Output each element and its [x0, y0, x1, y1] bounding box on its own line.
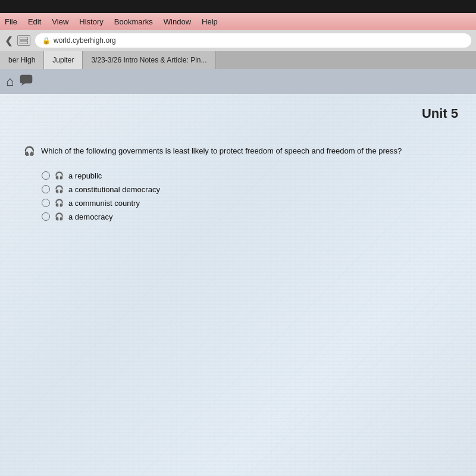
- option-label-1: a constitutional democracy: [68, 185, 160, 194]
- svg-rect-0: [20, 37, 28, 40]
- toolbar-bar: ❮ 🔒 world.cyberhigh.org: [0, 30, 476, 51]
- option-row-3: 🎧 a democracy: [42, 212, 458, 221]
- option-label-3: a democracy: [68, 212, 112, 221]
- svg-rect-1: [20, 41, 28, 44]
- option-label-2: a communist country: [68, 199, 140, 208]
- question-text: Which of the following governments is le…: [41, 145, 402, 157]
- radio-option-3[interactable]: [42, 212, 50, 221]
- radio-option-2[interactable]: [42, 199, 50, 207]
- options-section: 🎧 a republic 🎧 a constitutional democrac…: [24, 171, 458, 221]
- tab-switcher-button[interactable]: [17, 35, 30, 46]
- radio-option-1[interactable]: [42, 185, 50, 193]
- home-icon[interactable]: ⌂: [6, 74, 14, 89]
- tab-intro-notes[interactable]: 3/23-3/26 Intro Notes & Article: Pin...: [83, 51, 215, 69]
- menu-window[interactable]: Window: [164, 17, 191, 26]
- menu-view[interactable]: View: [52, 17, 68, 26]
- tab-cyberhigh[interactable]: ber High: [0, 51, 44, 69]
- back-button[interactable]: ❮: [5, 35, 12, 46]
- svg-marker-3: [21, 83, 25, 86]
- menu-help[interactable]: Help: [202, 17, 218, 26]
- option-audio-icon-0[interactable]: 🎧: [55, 171, 64, 180]
- top-black-bar: [0, 0, 476, 13]
- svg-rect-2: [20, 75, 32, 83]
- option-row-0: 🎧 a republic: [42, 171, 458, 180]
- radio-option-0[interactable]: [42, 171, 50, 180]
- lock-icon: 🔒: [42, 37, 51, 45]
- unit-title: Unit 5: [24, 106, 458, 121]
- option-label-0: a republic: [68, 171, 102, 180]
- address-text: world.cyberhigh.org: [54, 36, 116, 45]
- tabs-bar: ber High Jupiter 3/23-3/26 Intro Notes &…: [0, 51, 476, 69]
- option-row-2: 🎧 a communist country: [42, 199, 458, 208]
- content-toolbar: ⌂: [0, 69, 476, 94]
- main-content: Unit 5 🎧 Which of the following governme…: [0, 94, 476, 476]
- menu-history[interactable]: History: [79, 17, 103, 26]
- tab-jupiter[interactable]: Jupiter: [44, 51, 83, 69]
- option-audio-icon-3[interactable]: 🎧: [55, 212, 64, 221]
- question-audio-icon[interactable]: 🎧: [24, 146, 35, 156]
- chat-icon[interactable]: [20, 74, 33, 89]
- option-audio-icon-2[interactable]: 🎧: [55, 199, 64, 207]
- option-audio-icon-1[interactable]: 🎧: [55, 185, 64, 193]
- menu-file[interactable]: File: [5, 17, 17, 26]
- question-section: 🎧 Which of the following governments is …: [24, 145, 458, 157]
- menu-bar: File Edit View History Bookmarks Window …: [0, 13, 476, 30]
- menu-edit[interactable]: Edit: [28, 17, 41, 26]
- option-row-1: 🎧 a constitutional democracy: [42, 185, 458, 194]
- address-bar[interactable]: 🔒 world.cyberhigh.org: [35, 33, 471, 48]
- menu-bookmarks[interactable]: Bookmarks: [114, 17, 153, 26]
